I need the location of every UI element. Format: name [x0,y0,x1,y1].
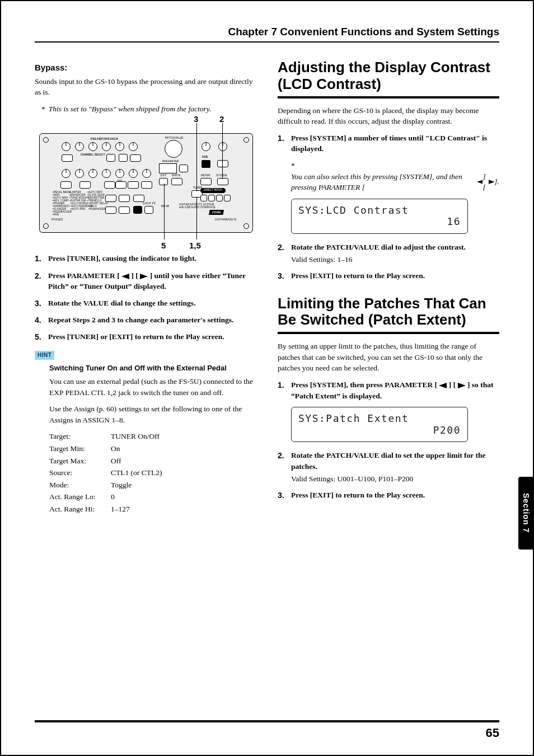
direct-2[interactable] [208,195,215,201]
guitar-label: GUITAR/BASS IN [215,218,236,222]
lcd-line2: P200 [298,425,461,436]
left-arrow-icon [121,274,129,279]
direct-patch-label: DIRECT PATCH [200,188,226,193]
lcd-contrast-heading: Adjusting the Display Contrast (LCD Cont… [278,59,499,93]
assign-row: Target:TUNER On/Off [49,431,257,442]
svg-marker-0 [121,274,129,279]
svg-marker-2 [477,180,483,184]
list-item: 4.Repeat Steps 2 and 3 to change each pa… [35,314,257,326]
list-item: 1.Press [TUNER], causing the indicator t… [35,253,257,264]
assign-row: Target Max:Off [49,456,257,467]
model-label: GS-10 [161,205,169,208]
right-arrow-icon [489,179,495,185]
callout-2: 2 [219,113,224,125]
hint-badge: HINT [35,351,54,360]
meter-button[interactable] [200,178,212,185]
lcd-steps-2: 2. Rotate the PATCH/VALUE dial to adjust… [278,242,499,281]
tap-button[interactable] [115,181,127,189]
left-column: Bypass: Sounds input to the GS-10 bypass… [35,57,257,732]
name-button[interactable] [133,195,144,202]
assign-row: Source:CTL1 (or CTL2) [49,467,257,478]
fx2-list3: •SHORT DELAY •UNI-V •HUMANIZER [88,203,108,211]
fx1-button[interactable] [105,195,116,202]
comp-on-button[interactable] [60,181,72,189]
channel-b-button[interactable] [119,154,128,162]
assign-row: Act. Range Lo:0 [49,491,257,503]
assign-row: Target Min:On [49,443,257,454]
hint-body-2: Use the Assign (p. 60) settings to set t… [49,403,257,425]
patch-extent-heading: Limiting the Patches That Can Be Switche… [278,295,499,329]
write-button[interactable] [171,178,182,185]
list-item: 3.Press [EXIT] to return to the Play scr… [278,270,499,281]
reverb-on-button[interactable] [141,181,152,189]
list-item: 2. Press PARAMETER [ ] [ ] until you hav… [35,270,257,292]
patch-step1: Press [SYSTEM], then press PARAMETER [ ]… [291,379,499,401]
section-tab: Section 7 [518,477,534,550]
device-diagram: PREAMP/SPEAKER CHANNEL SELECT [35,120,257,246]
lcd-card-contrast: SYS:LCD Contrast 16 [291,199,468,234]
callout-5: 5 [161,240,166,252]
write-label: WRITE [172,174,181,178]
assign-button[interactable] [119,206,130,214]
lcd-steps-1: 1.Press [SYSTEM] a number of times until… [278,133,499,154]
hint-body-1: You can use an external pedal (such as t… [49,376,257,398]
list-item: 1. Press [SYSTEM], then press PARAMETER … [278,379,499,401]
exit-button[interactable] [159,178,168,185]
page-number: 65 [486,726,499,740]
patch-extent-intro: By setting an upper limit to the patches… [278,341,499,374]
usb-port[interactable] [202,160,210,168]
fx2-list: •PHASER •HARMONIST •FLANGER •FEEDBACKER … [53,203,72,217]
svg-marker-5 [458,383,466,388]
output-select-button[interactable] [133,206,142,214]
direct-1[interactable] [200,195,207,201]
svg-marker-1 [140,274,148,279]
preamp-label: PREAMP/SPEAKER [91,138,118,142]
param-left-button[interactable] [179,165,188,172]
lcd-note: * You can also select this by pressing [… [291,160,499,193]
right-arrow-icon [458,383,466,388]
chorus-on-button[interactable] [128,181,139,189]
list-item: 2. Rotate the PATCH/VALUE dial to adjust… [278,242,499,265]
phones-label: PHONES [51,218,63,222]
preamp-on-button[interactable] [62,154,73,162]
chapter-title: Chapter 7 Convenient Functions and Syste… [35,26,499,43]
system-label: SYSTEM [216,174,227,178]
model-subtitle: GUITAR EFFECTS SYSTEM with USB AUDIO INT… [179,204,216,209]
odds-on-button[interactable] [79,181,91,189]
list-item: 1.Press [SYSTEM] a number of times until… [278,133,499,154]
svg-marker-3 [489,180,495,184]
direct-3[interactable] [216,195,223,201]
fx1-list2: •LIMITER •ENHANCER •TONE MODIFY •GUITAR … [69,191,89,203]
channel-a-button[interactable] [106,154,115,162]
usb-label: USB [202,156,208,159]
left-arrow-icon [439,383,447,388]
list-item: 3.Rotate the VALUE dial to change the se… [35,298,257,309]
direct-4[interactable] [224,195,231,201]
channel-label: CHANNEL SELECT [81,153,105,157]
svg-marker-4 [439,383,447,388]
bypass-note: *This is set to "Bypass" when shipped fr… [41,104,257,115]
right-arrow-icon [140,274,148,279]
lcd-contrast-intro: Depending on where the GS-10 is placed, … [278,105,499,127]
fx1-list3: •AUTO RIFF •SLOW GEAR •DEFRETTER •TREMOL… [87,191,105,203]
tuner-steps: 1.Press [TUNER], causing the indicator t… [35,253,257,342]
bypass-text: Sounds input to the GS-10 bypass the pro… [35,76,257,98]
quick-fx-button[interactable] [144,206,153,214]
meter-label: METER [201,174,210,178]
exit-label: EXIT [161,174,167,178]
lcd-display [159,163,177,173]
callout-15: 1,5 [189,240,201,252]
step-2-text: Press PARAMETER [ ] [ ] until you have e… [48,270,257,292]
patch-steps-1: 1. Press [SYSTEM], then press PARAMETER … [278,379,499,401]
list-item: 3.Press [EXIT] to return to the Play scr… [278,490,499,501]
quick-label: QUICK FX [143,202,156,206]
footer-rule [35,720,499,722]
parameter-label: PARAMETER [162,160,179,164]
delay-on-button[interactable] [104,181,115,189]
preamp-level-button[interactable] [130,154,141,162]
callout-3: 3 [194,113,198,125]
left-arrow-icon [477,179,483,185]
lcd-line1: SYS:Patch Extent [298,413,461,425]
eq-button[interactable] [119,195,130,202]
lcd-card-patch: SYS:Patch Extent P200 [291,407,468,442]
